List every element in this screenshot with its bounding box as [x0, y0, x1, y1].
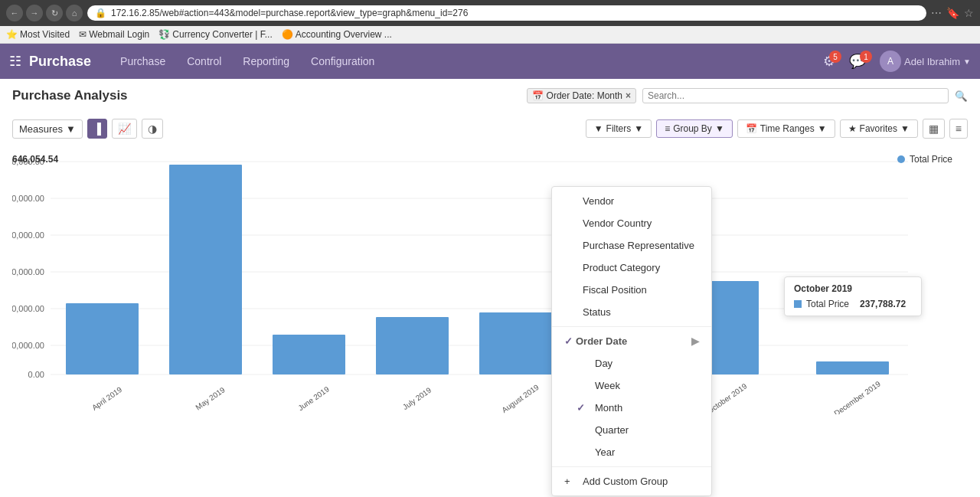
dropdown-item-status[interactable]: Status	[552, 301, 711, 323]
star-icon: ★	[848, 123, 857, 134]
bookmark-label: Most Visited	[20, 29, 70, 40]
svg-text:August 2019: August 2019	[500, 383, 541, 414]
bar-chart-button[interactable]: ▐	[87, 119, 107, 139]
svg-text:200,000.00: 200,000.00	[12, 304, 44, 313]
currency-icon: 💱	[158, 29, 170, 40]
tooltip-title: October 2019	[794, 283, 912, 294]
dropdown-item-product-cat[interactable]: Product Category	[552, 257, 711, 279]
toolbar: Measures ▼ ▐ 📈 ◑ ▼ Filters ▼ ≡ Group By …	[12, 119, 968, 139]
chat-icon-wrap[interactable]: 💬 1	[849, 53, 872, 70]
dropdown-item-vendor[interactable]: Vendor	[552, 190, 711, 212]
dropdown-item-label: Month	[595, 402, 622, 414]
dropdown-item-month[interactable]: ✓ Month	[552, 397, 711, 419]
dropdown-item-quarter[interactable]: Quarter	[552, 419, 711, 441]
browser-chrome: ← → ↻ ⌂ 🔒 172.16.2.85/web#action=443&mod…	[0, 0, 980, 26]
app-grid-icon[interactable]: ☷	[9, 53, 21, 70]
dropdown-item-label: Year	[595, 446, 615, 458]
search-input-wrap[interactable]	[642, 88, 949, 103]
groupby-label: Group By	[673, 123, 712, 134]
measures-label: Measures	[19, 123, 63, 135]
dropdown-item-day[interactable]: Day	[552, 352, 711, 374]
search-tag-order-date[interactable]: 📅 Order Date: Month ×	[527, 88, 636, 103]
check-active: ✓	[577, 402, 589, 414]
bookmark-currency[interactable]: 💱 Currency Converter | F...	[158, 29, 273, 40]
page-content: Purchase Analysis 📅 Order Date: Month × …	[0, 79, 980, 497]
bookmark-webmail[interactable]: ✉ Webmail Login	[79, 29, 149, 40]
search-tag-close[interactable]: ×	[626, 90, 631, 101]
dropdown-divider-2	[552, 466, 711, 467]
timeranges-button[interactable]: 📅 Time Ranges ▼	[737, 119, 835, 138]
svg-text:400,000.00: 400,000.00	[12, 231, 44, 240]
max-value-label: 646,054.54	[12, 154, 58, 165]
settings-badge: 5	[829, 51, 841, 63]
svg-text:0.00: 0.00	[28, 370, 44, 379]
favorites-button[interactable]: ★ Favorites ▼	[840, 119, 918, 138]
dropdown-item-label: Status	[583, 306, 611, 318]
filters-button[interactable]: ▼ Filters ▼	[586, 119, 652, 138]
groupby-button[interactable]: ≡ Group By ▼	[656, 119, 733, 138]
user-menu[interactable]: A Adel Ibrahim ▼	[880, 51, 971, 72]
line-chart-button[interactable]: 📈	[112, 119, 137, 139]
star-icon[interactable]: ☆	[964, 7, 974, 19]
extensions-icon[interactable]: ⋯	[931, 7, 942, 19]
dropdown-item-purchase-rep[interactable]: Purchase Representative	[552, 234, 711, 257]
browser-actions: ⋯ 🔖 ☆	[931, 7, 974, 19]
back-button[interactable]: ←	[6, 5, 23, 21]
svg-text:100,000.00: 100,000.00	[12, 341, 44, 350]
chart-container: Total Price 646,054.54 600,000.00 500,00…	[12, 154, 968, 414]
address-bar[interactable]: 🔒 172.16.2.85/web#action=443&model=purch…	[87, 5, 926, 21]
svg-rect-22	[479, 312, 552, 374]
settings-icon-wrap[interactable]: ⚙ 5	[823, 53, 841, 70]
svg-rect-20	[376, 317, 449, 374]
dropdown-item-label: Product Category	[583, 262, 660, 273]
refresh-button[interactable]: ↻	[46, 5, 63, 21]
tooltip-label: Total Price	[806, 299, 849, 309]
dropdown-item-vendor-country[interactable]: Vendor Country	[552, 212, 711, 234]
nav-purchase[interactable]: Purchase	[109, 44, 176, 79]
chevron-down-icon: ▼	[634, 123, 643, 134]
forward-button[interactable]: →	[26, 5, 43, 21]
svg-rect-18	[273, 335, 345, 374]
search-area: 📅 Order Date: Month × 🔍	[128, 88, 968, 103]
nav-control[interactable]: Control	[176, 44, 232, 79]
bar-chart: 600,000.00 500,000.00 400,000.00 300,000…	[12, 154, 916, 414]
bookmark-accounting[interactable]: 🟠 Accounting Overview ...	[282, 29, 392, 40]
dropdown-item-label: Week	[595, 380, 620, 391]
nav-reporting[interactable]: Reporting	[232, 44, 300, 79]
user-name: Adel Ibrahim	[904, 56, 960, 67]
dropdown-item-fiscal-pos[interactable]: Fiscal Position	[552, 279, 711, 301]
app-title[interactable]: Purchase	[29, 54, 91, 70]
nav-menu: Purchase Control Reporting Configuration	[109, 44, 823, 79]
chat-badge: 1	[860, 51, 872, 63]
lock-icon: 🔒	[95, 8, 106, 18]
tooltip-dot	[794, 300, 802, 308]
nav-configuration[interactable]: Configuration	[300, 44, 385, 79]
groupby-dropdown: Vendor Vendor Country Purchase Represent…	[551, 186, 712, 496]
svg-text:April 2019: April 2019	[90, 385, 124, 412]
bookmark-icon[interactable]: 🔖	[946, 7, 959, 19]
nav-right: ⚙ 5 💬 1 A Adel Ibrahim ▼	[823, 51, 971, 72]
bookmark-label: Currency Converter | F...	[172, 29, 273, 40]
dropdown-item-week[interactable]: Week	[552, 374, 711, 397]
pie-chart-button[interactable]: ◑	[142, 119, 163, 139]
dropdown-order-date-header[interactable]: ✓ Order Date ▶	[552, 330, 711, 352]
chart-tooltip: October 2019 Total Price 237,788.72	[784, 276, 922, 316]
search-button[interactable]: 🔍	[955, 90, 968, 102]
dropdown-add-custom[interactable]: + Add Custom Group	[552, 470, 711, 492]
dropdown-item-label: Day	[595, 358, 612, 369]
bar-view-button[interactable]: ▦	[923, 119, 945, 139]
measures-button[interactable]: Measures ▼	[12, 119, 83, 139]
chevron-down-icon: ▼	[66, 123, 76, 135]
dropdown-item-label: Purchase Representative	[583, 240, 694, 251]
home-button[interactable]: ⌂	[66, 5, 83, 21]
list-view-button[interactable]: ≡	[949, 119, 968, 139]
title-search-row: Purchase Analysis 📅 Order Date: Month × …	[12, 88, 968, 111]
tooltip-value: 237,788.72	[860, 299, 906, 309]
dropdown-item-year[interactable]: Year	[552, 441, 711, 463]
svg-rect-16	[169, 165, 242, 374]
toolbar-right: ▼ Filters ▼ ≡ Group By ▼ 📅 Time Ranges ▼…	[586, 119, 968, 139]
bookmark-most-visited[interactable]: ⭐ Most Visited	[6, 29, 70, 40]
legend-dot	[897, 155, 905, 163]
user-avatar: A	[880, 51, 901, 72]
search-input[interactable]	[648, 90, 943, 101]
